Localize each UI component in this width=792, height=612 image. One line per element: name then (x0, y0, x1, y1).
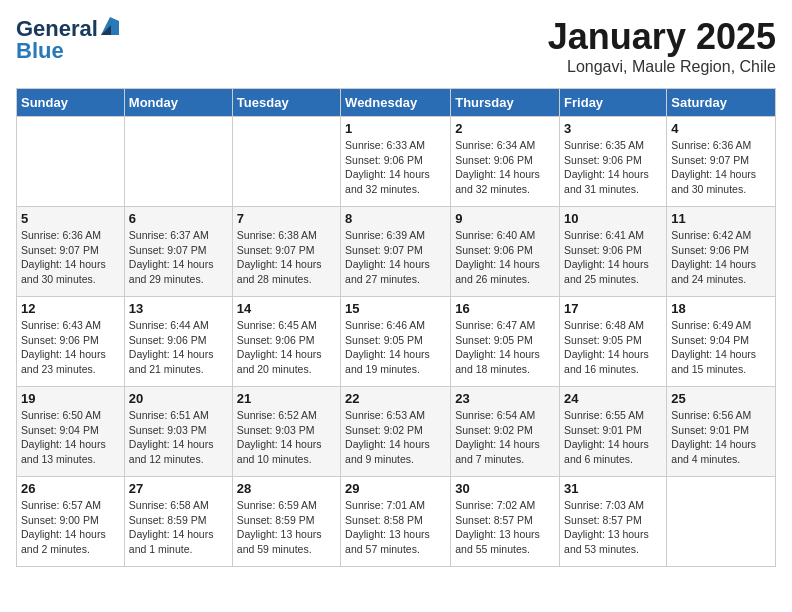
day-info: Sunrise: 6:40 AM Sunset: 9:06 PM Dayligh… (455, 228, 555, 287)
calendar-cell: 27Sunrise: 6:58 AM Sunset: 8:59 PM Dayli… (124, 477, 232, 567)
calendar-cell: 15Sunrise: 6:46 AM Sunset: 9:05 PM Dayli… (341, 297, 451, 387)
calendar-cell (232, 117, 340, 207)
day-number: 8 (345, 211, 446, 226)
day-info: Sunrise: 7:01 AM Sunset: 8:58 PM Dayligh… (345, 498, 446, 557)
day-info: Sunrise: 6:54 AM Sunset: 9:02 PM Dayligh… (455, 408, 555, 467)
day-info: Sunrise: 6:44 AM Sunset: 9:06 PM Dayligh… (129, 318, 228, 377)
day-info: Sunrise: 6:52 AM Sunset: 9:03 PM Dayligh… (237, 408, 336, 467)
calendar-cell (17, 117, 125, 207)
calendar-cell: 17Sunrise: 6:48 AM Sunset: 9:05 PM Dayli… (560, 297, 667, 387)
calendar-cell (667, 477, 776, 567)
calendar-cell: 2Sunrise: 6:34 AM Sunset: 9:06 PM Daylig… (451, 117, 560, 207)
calendar-cell: 5Sunrise: 6:36 AM Sunset: 9:07 PM Daylig… (17, 207, 125, 297)
day-number: 5 (21, 211, 120, 226)
day-info: Sunrise: 6:58 AM Sunset: 8:59 PM Dayligh… (129, 498, 228, 557)
day-info: Sunrise: 6:56 AM Sunset: 9:01 PM Dayligh… (671, 408, 771, 467)
weekday-header-monday: Monday (124, 89, 232, 117)
calendar-cell: 19Sunrise: 6:50 AM Sunset: 9:04 PM Dayli… (17, 387, 125, 477)
day-info: Sunrise: 6:36 AM Sunset: 9:07 PM Dayligh… (671, 138, 771, 197)
day-number: 24 (564, 391, 662, 406)
day-number: 29 (345, 481, 446, 496)
day-number: 30 (455, 481, 555, 496)
day-number: 14 (237, 301, 336, 316)
day-info: Sunrise: 6:33 AM Sunset: 9:06 PM Dayligh… (345, 138, 446, 197)
calendar-week-row: 12Sunrise: 6:43 AM Sunset: 9:06 PM Dayli… (17, 297, 776, 387)
calendar-cell: 31Sunrise: 7:03 AM Sunset: 8:57 PM Dayli… (560, 477, 667, 567)
day-number: 26 (21, 481, 120, 496)
day-info: Sunrise: 6:53 AM Sunset: 9:02 PM Dayligh… (345, 408, 446, 467)
weekday-header-row: SundayMondayTuesdayWednesdayThursdayFrid… (17, 89, 776, 117)
day-number: 18 (671, 301, 771, 316)
day-info: Sunrise: 6:50 AM Sunset: 9:04 PM Dayligh… (21, 408, 120, 467)
calendar-cell: 28Sunrise: 6:59 AM Sunset: 8:59 PM Dayli… (232, 477, 340, 567)
calendar-cell: 22Sunrise: 6:53 AM Sunset: 9:02 PM Dayli… (341, 387, 451, 477)
calendar-cell: 4Sunrise: 6:36 AM Sunset: 9:07 PM Daylig… (667, 117, 776, 207)
day-number: 25 (671, 391, 771, 406)
day-info: Sunrise: 6:41 AM Sunset: 9:06 PM Dayligh… (564, 228, 662, 287)
calendar-cell: 7Sunrise: 6:38 AM Sunset: 9:07 PM Daylig… (232, 207, 340, 297)
calendar-cell: 16Sunrise: 6:47 AM Sunset: 9:05 PM Dayli… (451, 297, 560, 387)
day-info: Sunrise: 7:03 AM Sunset: 8:57 PM Dayligh… (564, 498, 662, 557)
calendar-cell: 25Sunrise: 6:56 AM Sunset: 9:01 PM Dayli… (667, 387, 776, 477)
day-number: 2 (455, 121, 555, 136)
day-number: 27 (129, 481, 228, 496)
weekday-header-wednesday: Wednesday (341, 89, 451, 117)
calendar-title: January 2025 (548, 16, 776, 58)
day-info: Sunrise: 6:49 AM Sunset: 9:04 PM Dayligh… (671, 318, 771, 377)
day-number: 13 (129, 301, 228, 316)
day-info: Sunrise: 6:35 AM Sunset: 9:06 PM Dayligh… (564, 138, 662, 197)
calendar-subtitle: Longavi, Maule Region, Chile (548, 58, 776, 76)
day-number: 31 (564, 481, 662, 496)
day-info: Sunrise: 6:48 AM Sunset: 9:05 PM Dayligh… (564, 318, 662, 377)
day-info: Sunrise: 6:34 AM Sunset: 9:06 PM Dayligh… (455, 138, 555, 197)
calendar-cell: 13Sunrise: 6:44 AM Sunset: 9:06 PM Dayli… (124, 297, 232, 387)
calendar-cell: 20Sunrise: 6:51 AM Sunset: 9:03 PM Dayli… (124, 387, 232, 477)
day-info: Sunrise: 6:47 AM Sunset: 9:05 PM Dayligh… (455, 318, 555, 377)
day-info: Sunrise: 6:37 AM Sunset: 9:07 PM Dayligh… (129, 228, 228, 287)
header-section: General Blue January 2025 Longavi, Maule… (16, 16, 776, 76)
day-number: 12 (21, 301, 120, 316)
day-number: 22 (345, 391, 446, 406)
calendar-week-row: 26Sunrise: 6:57 AM Sunset: 9:00 PM Dayli… (17, 477, 776, 567)
day-info: Sunrise: 6:51 AM Sunset: 9:03 PM Dayligh… (129, 408, 228, 467)
day-info: Sunrise: 6:36 AM Sunset: 9:07 PM Dayligh… (21, 228, 120, 287)
day-info: Sunrise: 6:39 AM Sunset: 9:07 PM Dayligh… (345, 228, 446, 287)
day-info: Sunrise: 6:57 AM Sunset: 9:00 PM Dayligh… (21, 498, 120, 557)
calendar-cell: 9Sunrise: 6:40 AM Sunset: 9:06 PM Daylig… (451, 207, 560, 297)
day-info: Sunrise: 6:43 AM Sunset: 9:06 PM Dayligh… (21, 318, 120, 377)
calendar-week-row: 19Sunrise: 6:50 AM Sunset: 9:04 PM Dayli… (17, 387, 776, 477)
weekday-header-thursday: Thursday (451, 89, 560, 117)
calendar-cell: 30Sunrise: 7:02 AM Sunset: 8:57 PM Dayli… (451, 477, 560, 567)
day-number: 6 (129, 211, 228, 226)
day-number: 19 (21, 391, 120, 406)
day-number: 20 (129, 391, 228, 406)
day-info: Sunrise: 6:38 AM Sunset: 9:07 PM Dayligh… (237, 228, 336, 287)
day-info: Sunrise: 6:42 AM Sunset: 9:06 PM Dayligh… (671, 228, 771, 287)
weekday-header-sunday: Sunday (17, 89, 125, 117)
calendar-cell: 29Sunrise: 7:01 AM Sunset: 8:58 PM Dayli… (341, 477, 451, 567)
day-info: Sunrise: 6:55 AM Sunset: 9:01 PM Dayligh… (564, 408, 662, 467)
calendar-table: SundayMondayTuesdayWednesdayThursdayFrid… (16, 88, 776, 567)
day-info: Sunrise: 6:45 AM Sunset: 9:06 PM Dayligh… (237, 318, 336, 377)
calendar-cell: 21Sunrise: 6:52 AM Sunset: 9:03 PM Dayli… (232, 387, 340, 477)
day-number: 9 (455, 211, 555, 226)
calendar-cell: 12Sunrise: 6:43 AM Sunset: 9:06 PM Dayli… (17, 297, 125, 387)
day-number: 11 (671, 211, 771, 226)
day-number: 3 (564, 121, 662, 136)
day-info: Sunrise: 6:46 AM Sunset: 9:05 PM Dayligh… (345, 318, 446, 377)
calendar-cell: 23Sunrise: 6:54 AM Sunset: 9:02 PM Dayli… (451, 387, 560, 477)
calendar-cell: 8Sunrise: 6:39 AM Sunset: 9:07 PM Daylig… (341, 207, 451, 297)
calendar-cell: 26Sunrise: 6:57 AM Sunset: 9:00 PM Dayli… (17, 477, 125, 567)
title-section: January 2025 Longavi, Maule Region, Chil… (548, 16, 776, 76)
calendar-cell: 3Sunrise: 6:35 AM Sunset: 9:06 PM Daylig… (560, 117, 667, 207)
day-number: 1 (345, 121, 446, 136)
weekday-header-friday: Friday (560, 89, 667, 117)
day-number: 23 (455, 391, 555, 406)
calendar-cell: 14Sunrise: 6:45 AM Sunset: 9:06 PM Dayli… (232, 297, 340, 387)
logo: General Blue (16, 16, 119, 64)
day-number: 7 (237, 211, 336, 226)
calendar-week-row: 5Sunrise: 6:36 AM Sunset: 9:07 PM Daylig… (17, 207, 776, 297)
logo-blue-text: Blue (16, 38, 64, 64)
calendar-cell: 24Sunrise: 6:55 AM Sunset: 9:01 PM Dayli… (560, 387, 667, 477)
weekday-header-saturday: Saturday (667, 89, 776, 117)
